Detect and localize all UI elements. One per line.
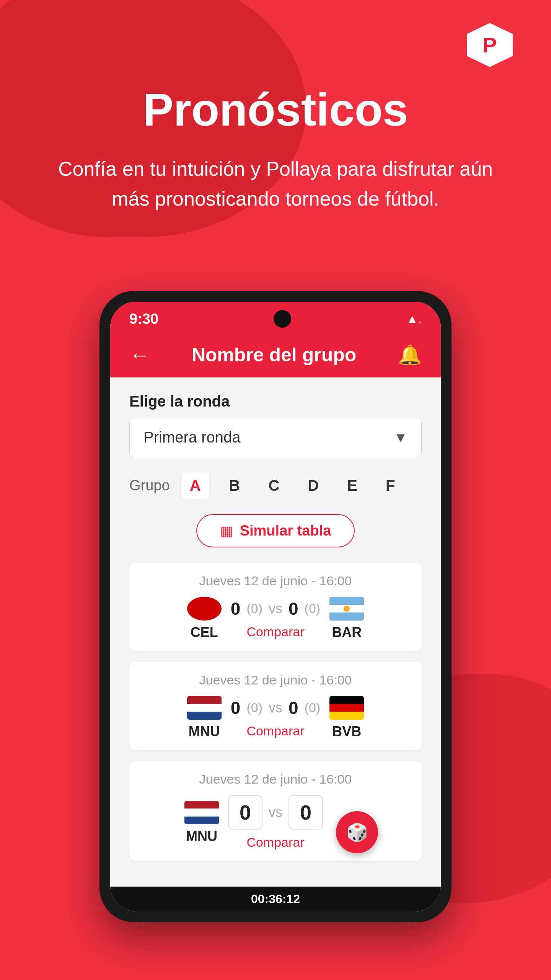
score-bar-sub: (0) [305,601,321,616]
team-bvb-abbr: BVB [332,724,361,740]
vs-text-1: vs [269,601,282,617]
team-mnu-flag [187,696,222,720]
status-icons: ▲. [406,312,422,326]
team-mnu-2: MNU [184,801,219,844]
match-card-2: Jueves 12 de junio - 16:00 MNU [129,662,422,750]
notification-bell-icon[interactable]: 🔔 [398,344,422,366]
tab-group-g[interactable]: G [415,472,422,499]
team-cel-flag [187,597,222,621]
subtitle: Confía en tu intuición y Pollaya para di… [46,154,505,214]
round-dropdown-value: Primera ronda [143,429,240,446]
score-mnu: 0 [231,697,241,718]
table-icon: ▦ [220,523,233,539]
round-section-label: Elige la ronda [129,393,422,410]
score-block-3: 0 vs 0 Comparar [228,795,323,850]
phone-inner: 9:30 ▲. ← Nombre del grupo 🔔 Elige la ro… [110,302,441,911]
match-card-3: Jueves 12 de junio - 16:00 MNU [129,761,422,861]
group-tabs: Grupo A B C D E F G [129,472,422,499]
simulate-table-button[interactable]: ▦ Simular tabla [196,514,355,547]
status-time: 9:30 [129,311,158,327]
camera-notch [274,310,291,328]
compare-link-3[interactable]: Comparar [246,835,304,850]
score-input-left[interactable]: 0 [228,795,262,830]
score-bvb-sub: (0) [305,700,321,715]
logo-badge: P [467,23,513,67]
signal-icon: ▲. [406,312,422,326]
score-row-2: 0 (0) vs 0 (0) [231,697,320,718]
team-bar-flag [329,597,364,621]
timer-text: 00:36:12 [251,892,300,906]
compare-link-2[interactable]: Comparar [246,724,304,738]
chevron-down-icon: ▼ [394,430,408,446]
team-bvb: BVB [329,696,364,740]
tab-group-d[interactable]: D [299,472,327,499]
compare-link-1[interactable]: Comparar [246,624,304,639]
score-block-1: 0 (0) vs 0 (0) Comparar [231,598,320,639]
score-bar: 0 [289,598,298,619]
main-title: Pronósticos [46,84,505,135]
team-bar: BAR [329,597,364,640]
team-mnu2-flag [184,801,219,825]
match-date-3: Jueves 12 de junio - 16:00 [143,772,408,787]
group-label: Grupo [129,477,170,494]
team-mnu2-abbr: MNU [186,828,217,844]
tab-group-c[interactable]: C [260,472,288,499]
dice-button[interactable]: 🎲 [336,811,378,853]
score-cel: 0 [231,598,241,619]
match-row-3: MNU 0 vs 0 Comparar 🎲 [143,795,408,850]
score-row-3: 0 vs 0 [228,795,323,830]
content-area: Elige la ronda Primera ronda ▼ Grupo A B… [110,377,441,887]
app-bar-title: Nombre del grupo [192,344,357,366]
team-mnu: MNU [187,696,222,740]
score-cel-sub: (0) [246,601,262,616]
vs-text-2: vs [269,700,282,716]
score-input-right[interactable]: 0 [289,795,323,830]
app-bar: ← Nombre del grupo 🔔 [110,332,441,377]
match-date-2: Jueves 12 de junio - 16:00 [143,673,408,688]
tab-group-b[interactable]: B [221,472,249,499]
simulate-label: Simular tabla [240,523,331,539]
score-bvb: 0 [289,697,298,718]
team-cel: CEL [187,597,222,640]
phone-outer: 9:30 ▲. ← Nombre del grupo 🔔 Elige la ro… [99,291,452,922]
time-overlay: 00:36:12 [110,887,441,911]
vs-text-3: vs [269,804,282,820]
match-row-2: MNU 0 (0) vs 0 (0) Comparar [143,696,408,740]
match-row-1: CEL 0 (0) vs 0 (0) Comparar [143,597,408,640]
match-date-1: Jueves 12 de junio - 16:00 [143,573,408,588]
team-cel-abbr: CEL [191,624,218,640]
logo-letter: P [483,33,497,57]
phone-mockup: 9:30 ▲. ← Nombre del grupo 🔔 Elige la ro… [99,291,452,922]
team-bar-abbr: BAR [332,624,362,640]
team-bvb-flag [329,696,364,720]
match-card-1: Jueves 12 de junio - 16:00 CEL 0 (0) vs … [129,563,422,651]
tab-group-e[interactable]: E [339,472,366,499]
score-block-2: 0 (0) vs 0 (0) Comparar [231,697,320,738]
team-mnu-abbr: MNU [189,724,220,740]
score-mnu-sub: (0) [246,700,262,715]
tab-group-a[interactable]: A [181,472,209,499]
score-row-1: 0 (0) vs 0 (0) [231,598,320,619]
header-section: Pronósticos Confía en tu intuición y Pol… [0,84,551,214]
back-button[interactable]: ← [129,343,150,367]
round-dropdown[interactable]: Primera ronda ▼ [129,418,422,457]
tab-group-f[interactable]: F [377,472,403,499]
status-bar: 9:30 ▲. [110,302,441,332]
